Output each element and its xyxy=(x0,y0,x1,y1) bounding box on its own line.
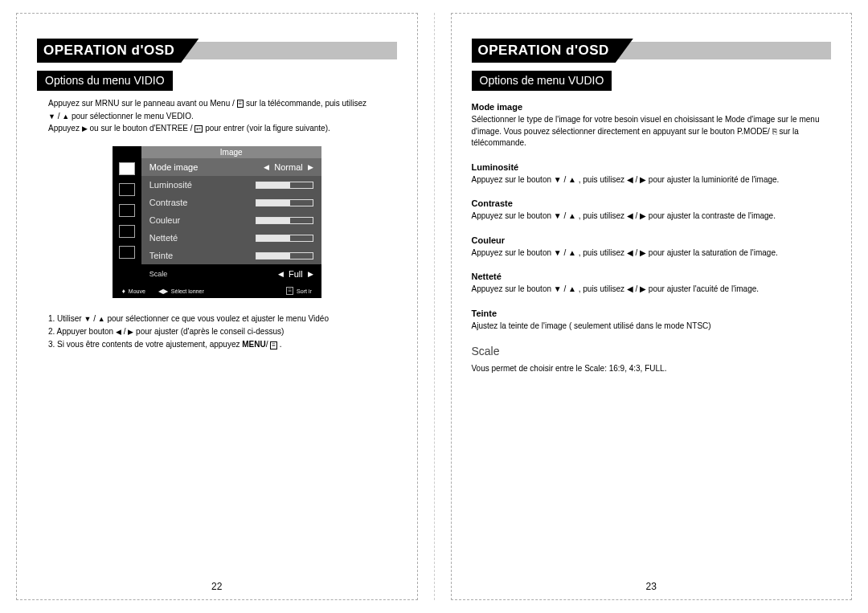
osd-icon-tv xyxy=(119,204,135,217)
updown-icon: ♦ xyxy=(122,288,125,295)
page-left: OPERATION d'OSD Options du menu VIDIO Ap… xyxy=(0,0,434,613)
definition-contraste: Contraste Appuyez sur le bouton ▼ / ▲ , … xyxy=(472,198,832,223)
definition-luminosite: Luminosité Appuyez sur le bouton ▼ / ▲ ,… xyxy=(472,162,832,186)
section-header: OPERATION d'OSD xyxy=(37,39,397,63)
intro-text: Appuyez sur MRNU sur le panneau avant ou… xyxy=(48,97,397,135)
leftright-icon: ◀▶ xyxy=(158,288,168,295)
osd-icon-display xyxy=(119,246,135,259)
slider-teinte[interactable] xyxy=(256,252,313,260)
page-right: OPERATION d'OSD Options de menu VUDIO Mo… xyxy=(435,0,869,613)
osd-icon-audio xyxy=(119,183,135,196)
enter-icon: ↩ xyxy=(194,125,203,133)
scale-heading: Scale xyxy=(472,345,832,358)
osd-icon-settings xyxy=(119,225,135,238)
up-triangle-icon: ▲ xyxy=(62,112,69,121)
osd-row-scale[interactable]: Scale ◀Full▶ xyxy=(141,264,321,284)
right-content: OPERATION d'OSD Options de menu VUDIO Mo… xyxy=(472,39,832,375)
definition-nettete: Netteté Appuyez sur le bouton ▼ / ▲ , pu… xyxy=(472,272,832,296)
definition-mode-image: Mode image Sélectionner le type de l'ima… xyxy=(472,102,832,149)
section-title: OPERATION d'OSD xyxy=(472,39,633,63)
exit-icon: ≡ xyxy=(286,287,293,295)
scale-text: Vous permet de choisir entre le Scale: 1… xyxy=(472,362,832,375)
slider-nettete[interactable] xyxy=(256,235,313,242)
osd-row-mode-image[interactable]: Mode image ◀Normal▶ xyxy=(141,158,321,176)
osd-panel: Image Mode image ◀Normal▶ Luminosité xyxy=(113,146,321,298)
osd-title: Image xyxy=(141,146,321,158)
slider-couleur[interactable] xyxy=(256,217,313,224)
menu-icon: ≡ xyxy=(237,100,244,108)
osd-row-contraste[interactable]: Contraste xyxy=(141,194,321,211)
page-number: 22 xyxy=(0,581,434,592)
osd-row-luminosite[interactable]: Luminosité xyxy=(141,176,321,194)
left-content: OPERATION d'OSD Options du menu VIDIO Ap… xyxy=(37,39,397,351)
osd-side-icons xyxy=(113,158,141,284)
osd-row-teinte[interactable]: Teinte xyxy=(141,247,321,264)
subsection-title: Options de menu VUDIO xyxy=(472,71,612,91)
page-number: 23 xyxy=(435,581,869,592)
osd-footer: ♦Mouve ◀▶Sélect ionner ≡Sort ir xyxy=(113,284,321,298)
subsection-title: Options du menu VIDIO xyxy=(37,71,173,91)
instructions-list: 1. Utiliser ▼ / ▲ pour sélectionner ce q… xyxy=(48,313,397,350)
osd-icon-image xyxy=(119,162,135,175)
section-title: OPERATION d'OSD xyxy=(37,39,199,63)
slider-contraste[interactable] xyxy=(256,199,313,206)
osd-menu-list: Mode image ◀Normal▶ Luminosité Contraste… xyxy=(141,158,321,284)
down-triangle-icon: ▼ xyxy=(48,112,55,121)
definition-couleur: Couleur Appuyez sur le bouton ▼ / ▲ , pu… xyxy=(472,235,832,260)
slider-luminosite[interactable] xyxy=(256,182,313,189)
osd-row-nettete[interactable]: Netteté xyxy=(141,229,321,247)
definition-teinte: Teinte Ajustez la teinte de l'image ( se… xyxy=(472,309,832,333)
right-triangle-icon: ▶ xyxy=(82,125,88,133)
section-header: OPERATION d'OSD xyxy=(472,39,832,63)
osd-row-couleur[interactable]: Couleur xyxy=(141,211,321,229)
menu-icon: ≡ xyxy=(270,341,277,349)
